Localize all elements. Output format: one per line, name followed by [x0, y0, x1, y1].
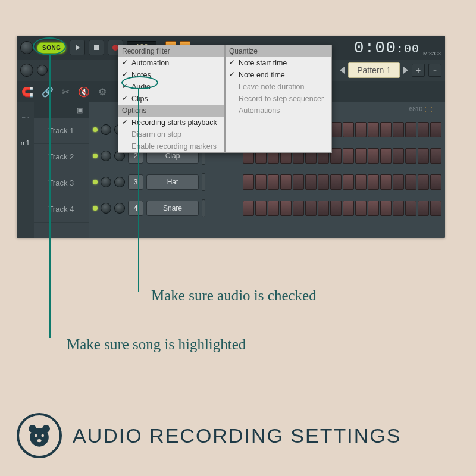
channel-led[interactable]	[93, 154, 98, 158]
channel-pan-knob[interactable]	[101, 203, 111, 214]
step-button[interactable]	[393, 174, 404, 190]
step-button[interactable]	[418, 122, 429, 137]
step-button[interactable]	[418, 148, 429, 164]
play-button[interactable]	[70, 40, 85, 55]
step-button[interactable]	[405, 148, 416, 164]
time-display[interactable]: 0:00:00 M:S:CS	[354, 39, 441, 57]
gear-icon[interactable]: ⚙	[98, 86, 107, 98]
step-button[interactable]	[243, 174, 254, 190]
channel-led[interactable]	[93, 180, 98, 184]
channel-select[interactable]	[202, 199, 205, 217]
step-button[interactable]	[380, 122, 392, 137]
step-button[interactable]	[280, 201, 292, 216]
next-pattern-button[interactable]	[403, 67, 408, 74]
step-button[interactable]	[368, 148, 379, 164]
step-button[interactable]	[380, 201, 392, 216]
step-button[interactable]	[430, 174, 441, 190]
step-button[interactable]	[368, 201, 379, 216]
channel-pan-knob[interactable]	[101, 151, 111, 161]
step-button[interactable]	[368, 122, 379, 137]
magnet-icon[interactable]: 🧲	[21, 86, 33, 98]
step-button[interactable]	[355, 174, 367, 190]
step-button[interactable]	[393, 122, 404, 137]
menu-item[interactable]: Leave note duration	[226, 81, 331, 93]
main-volume-knob[interactable]	[20, 41, 33, 54]
stop-button[interactable]	[89, 40, 104, 55]
step-button[interactable]	[430, 122, 441, 137]
channel-vol-knob[interactable]	[114, 203, 125, 214]
step-button[interactable]	[255, 174, 267, 190]
step-button[interactable]	[380, 174, 392, 190]
step-button[interactable]	[268, 201, 279, 216]
channel-vol-knob[interactable]	[114, 177, 125, 187]
step-button[interactable]	[430, 148, 441, 164]
mute-icon[interactable]: 🔇	[78, 86, 90, 98]
step-button[interactable]	[343, 201, 354, 216]
channel-number[interactable]: 3	[128, 174, 143, 190]
step-button[interactable]	[318, 174, 329, 190]
step-button[interactable]	[343, 174, 354, 190]
step-button[interactable]	[318, 201, 329, 216]
link-icon[interactable]: 🔗	[42, 86, 54, 98]
step-button[interactable]	[418, 201, 429, 216]
step-button[interactable]	[393, 148, 404, 164]
pattern-selector[interactable]: Pattern 1	[348, 62, 400, 78]
step-button[interactable]	[405, 122, 416, 137]
pattern-options-button[interactable]: ⋯	[428, 64, 441, 77]
step-button[interactable]	[355, 148, 367, 164]
step-button[interactable]	[368, 174, 379, 190]
prev-pattern-button[interactable]	[340, 67, 345, 74]
step-button[interactable]	[418, 174, 429, 190]
channel-pan-knob[interactable]	[101, 177, 111, 187]
step-button[interactable]	[305, 174, 317, 190]
step-button[interactable]	[405, 201, 416, 216]
song-mode-button[interactable]: SONG	[37, 42, 66, 54]
track-1[interactable]: Track 1	[34, 118, 89, 144]
channel-name[interactable]: Hat	[146, 174, 199, 190]
menu-item[interactable]: Disarm on stop	[118, 129, 224, 140]
menu-item[interactable]: Note end time	[226, 69, 331, 81]
menu-item[interactable]: Clips	[118, 93, 224, 105]
step-button[interactable]	[268, 174, 279, 190]
wave-icon[interactable]: 〰	[22, 114, 29, 121]
swing-knob[interactable]	[37, 65, 48, 76]
step-button[interactable]	[380, 148, 392, 164]
step-button[interactable]	[393, 201, 404, 216]
menu-item[interactable]: Notes	[118, 69, 224, 81]
channel-led[interactable]	[93, 206, 98, 211]
track-2[interactable]: Track 2	[34, 144, 89, 170]
track-4[interactable]: Track 4	[34, 196, 89, 223]
menu-item[interactable]: Audio	[118, 81, 224, 93]
step-button[interactable]	[330, 201, 342, 216]
channel-pan-knob[interactable]	[101, 124, 111, 135]
step-button[interactable]	[293, 174, 304, 190]
menu-item[interactable]: Automations	[226, 105, 331, 117]
menu-item[interactable]: Enable recording markers	[118, 140, 224, 152]
step-button[interactable]	[405, 174, 416, 190]
step-button[interactable]	[280, 174, 292, 190]
step-button[interactable]	[243, 201, 254, 216]
channel-select[interactable]	[202, 173, 205, 191]
channel-name[interactable]: Snare	[146, 201, 199, 216]
cut-icon[interactable]: ✂	[62, 86, 70, 98]
step-button[interactable]	[355, 201, 367, 216]
step-button[interactable]	[255, 201, 267, 216]
step-button[interactable]	[330, 174, 342, 190]
step-button[interactable]	[305, 201, 317, 216]
channel-number[interactable]: 4	[128, 201, 143, 216]
channel-led[interactable]	[93, 127, 98, 132]
menu-item[interactable]: Recording starts playback	[118, 117, 224, 129]
step-button[interactable]	[430, 201, 441, 216]
step-button[interactable]	[343, 122, 354, 137]
add-pattern-button[interactable]: +	[412, 64, 425, 77]
annotation-line-audio	[138, 89, 139, 292]
browser-item[interactable]: n 1	[21, 139, 30, 146]
step-button[interactable]	[293, 201, 304, 216]
menu-item[interactable]: Note start time	[226, 57, 331, 69]
track-3[interactable]: Track 3	[34, 170, 89, 196]
step-button[interactable]	[343, 148, 354, 164]
master-pitch-knob[interactable]	[20, 64, 33, 77]
menu-item[interactable]: Record to step sequencer	[226, 93, 331, 105]
step-button[interactable]	[355, 122, 367, 137]
menu-item[interactable]: Automation	[118, 57, 224, 69]
